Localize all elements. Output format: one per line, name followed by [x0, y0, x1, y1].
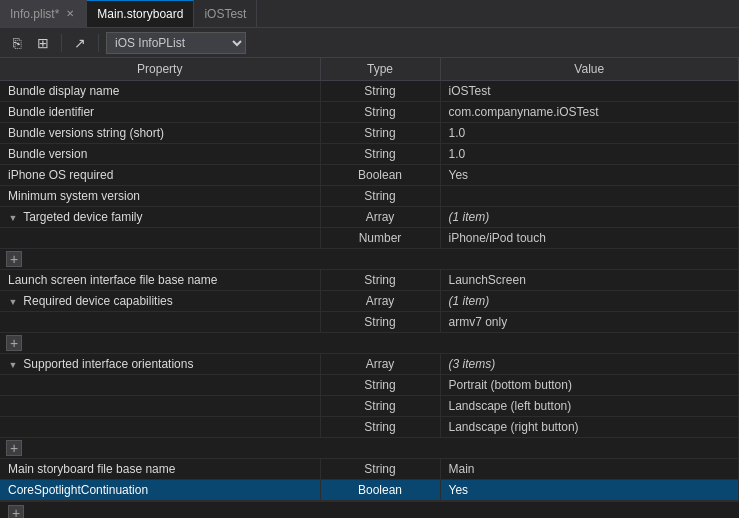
add-row: +	[0, 333, 739, 354]
toolbar: ⎘ ⊞ ↗ iOS InfoPListiOS InfomacOS Info	[0, 28, 739, 58]
row-value: 1.0	[440, 144, 739, 165]
tab-bar: Info.plist* ✕ Main.storyboard iOSTest	[0, 0, 739, 28]
row-property: Bundle identifier	[0, 102, 320, 123]
row-type: String	[320, 396, 440, 417]
table-row[interactable]: String armv7 only	[0, 312, 739, 333]
add-item-button[interactable]: +	[6, 335, 22, 351]
add-item-button[interactable]: +	[6, 251, 22, 267]
table-row[interactable]: iPhone OS required Boolean Yes	[0, 165, 739, 186]
tab-ios-test-label: iOSTest	[204, 7, 246, 21]
row-type: String	[320, 375, 440, 396]
row-value: Portrait (bottom button)	[440, 375, 739, 396]
row-type: Array	[320, 291, 440, 312]
row-property	[0, 396, 320, 417]
row-value: armv7 only	[440, 312, 739, 333]
add-item-button[interactable]: +	[6, 440, 22, 456]
table-row[interactable]: ▼ Required device capabilities Array (1 …	[0, 291, 739, 312]
row-type: String	[320, 459, 440, 480]
row-type: String	[320, 312, 440, 333]
row-value: Yes	[440, 480, 739, 501]
expand-arrow-icon[interactable]: ▼	[8, 213, 18, 223]
expand-arrow-icon[interactable]: ▼	[8, 360, 18, 370]
table-row[interactable]: ▼ Targeted device family Array (1 item)	[0, 207, 739, 228]
plist-content: Property Type Value Bundle display name …	[0, 58, 739, 518]
table-row[interactable]: String Landscape (right button)	[0, 417, 739, 438]
table-row[interactable]: String Portrait (bottom button)	[0, 375, 739, 396]
tab-info-plist[interactable]: Info.plist* ✕	[0, 0, 87, 27]
paste-icon: ⊞	[37, 35, 49, 51]
row-type: String	[320, 123, 440, 144]
table-row[interactable]: Bundle display name String iOSTest	[0, 81, 739, 102]
row-type: String	[320, 270, 440, 291]
table-row[interactable]: Bundle versions string (short) String 1.…	[0, 123, 739, 144]
row-type: Number	[320, 228, 440, 249]
header-value: Value	[440, 58, 739, 81]
table-row[interactable]: Bundle identifier String com.companyname…	[0, 102, 739, 123]
add-row-cell: +	[0, 438, 739, 459]
row-type: String	[320, 417, 440, 438]
row-type: Boolean	[320, 165, 440, 186]
table-row[interactable]: Minimum system version String	[0, 186, 739, 207]
tab-main-storyboard-label: Main.storyboard	[97, 7, 183, 21]
add-row: +	[0, 438, 739, 459]
table-row[interactable]: ▼ Supported interface orientations Array…	[0, 354, 739, 375]
plist-table: Property Type Value Bundle display name …	[0, 58, 739, 501]
row-property: Bundle version	[0, 144, 320, 165]
row-property: Bundle versions string (short)	[0, 123, 320, 144]
header-type: Type	[320, 58, 440, 81]
row-property: ▼ Targeted device family	[0, 207, 320, 228]
table-row-selected[interactable]: CoreSpotlightContinuation Boolean Yes	[0, 480, 739, 501]
toolbar-separator	[61, 34, 62, 52]
table-row[interactable]: Launch screen interface file base name S…	[0, 270, 739, 291]
row-property: CoreSpotlightContinuation	[0, 480, 320, 501]
row-property	[0, 228, 320, 249]
toolbar-separator-2	[98, 34, 99, 52]
row-value: iOSTest	[440, 81, 739, 102]
expand-arrow-icon[interactable]: ▼	[8, 297, 18, 307]
add-row-cell: +	[0, 333, 739, 354]
row-property: Main storyboard file base name	[0, 459, 320, 480]
row-type: String	[320, 102, 440, 123]
row-type: Array	[320, 207, 440, 228]
row-property: Minimum system version	[0, 186, 320, 207]
row-value: Yes	[440, 165, 739, 186]
row-type: Array	[320, 354, 440, 375]
add-row-cell: +	[0, 249, 739, 270]
table-row[interactable]: Bundle version String 1.0	[0, 144, 739, 165]
table-row[interactable]: Number iPhone/iPod touch	[0, 228, 739, 249]
row-value: Landscape (right button)	[440, 417, 739, 438]
tab-info-plist-close[interactable]: ✕	[64, 7, 76, 20]
link-button[interactable]: ↗	[69, 32, 91, 54]
row-value: Main	[440, 459, 739, 480]
tab-ios-test[interactable]: iOSTest	[194, 0, 257, 27]
row-value: LaunchScreen	[440, 270, 739, 291]
table-header-row: Property Type Value	[0, 58, 739, 81]
row-value: com.companyname.iOSTest	[440, 102, 739, 123]
add-row: +	[0, 249, 739, 270]
row-property: ▼ Required device capabilities	[0, 291, 320, 312]
row-type: Boolean	[320, 480, 440, 501]
copy-icon: ⎘	[13, 35, 21, 51]
header-property: Property	[0, 58, 320, 81]
paste-button[interactable]: ⊞	[32, 32, 54, 54]
row-value: iPhone/iPod touch	[440, 228, 739, 249]
table-row[interactable]: String Landscape (left button)	[0, 396, 739, 417]
table-row[interactable]: Main storyboard file base name String Ma…	[0, 459, 739, 480]
row-value: (1 item)	[440, 207, 739, 228]
row-property	[0, 312, 320, 333]
bottom-add-button[interactable]: +	[8, 505, 24, 518]
row-type: String	[320, 144, 440, 165]
link-icon: ↗	[74, 35, 86, 51]
row-type: String	[320, 186, 440, 207]
row-property: ▼ Supported interface orientations	[0, 354, 320, 375]
bottom-add-row: +	[0, 501, 739, 518]
row-value: Landscape (left button)	[440, 396, 739, 417]
row-value: (1 item)	[440, 291, 739, 312]
row-property: Launch screen interface file base name	[0, 270, 320, 291]
row-property: iPhone OS required	[0, 165, 320, 186]
scope-dropdown[interactable]: iOS InfoPListiOS InfomacOS Info	[106, 32, 246, 54]
tab-info-plist-label: Info.plist*	[10, 7, 59, 21]
row-type: String	[320, 81, 440, 102]
copy-button[interactable]: ⎘	[6, 32, 28, 54]
tab-main-storyboard[interactable]: Main.storyboard	[87, 0, 194, 27]
